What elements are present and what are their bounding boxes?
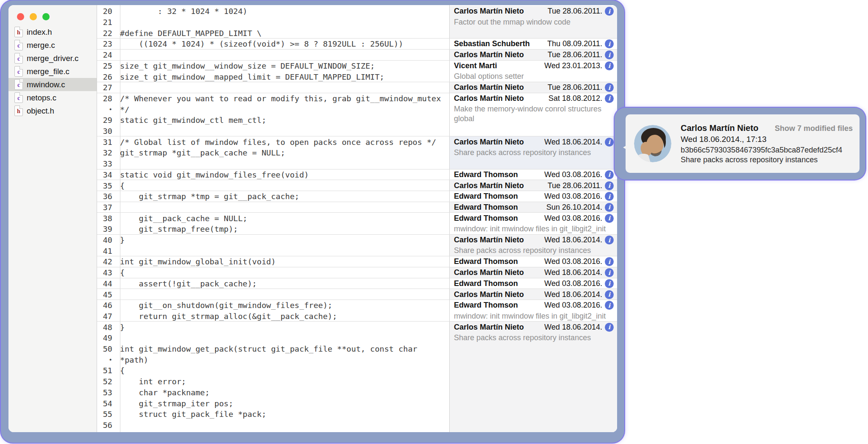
line-number: 51 — [97, 366, 117, 375]
info-icon[interactable]: i — [605, 192, 614, 201]
blame-date: Sun 26.10.2014. — [546, 203, 602, 212]
blame-cell[interactable]: Carlos Martín NietoTue 28.06.2011.i — [450, 180, 617, 191]
code-line-row: 30 — [97, 126, 449, 137]
info-icon[interactable]: i — [605, 203, 614, 212]
blame-cell[interactable]: Edward ThomsonWed 03.08.2016.i — [450, 256, 617, 267]
blame-date: Wed 03.08.2016. — [544, 214, 602, 223]
line-number: 54 — [97, 399, 117, 408]
file-icon-letter: c — [17, 95, 20, 101]
blame-date: Wed 03.08.2016. — [544, 257, 602, 266]
file-icon-letter: h — [17, 30, 20, 36]
blame-cell[interactable]: Edward ThomsonWed 03.08.2016.i — [450, 278, 617, 289]
line-number: 37 — [97, 203, 117, 212]
blame-cell[interactable]: Edward ThomsonWed 03.08.2016.i — [450, 169, 617, 180]
info-icon[interactable]: i — [605, 257, 614, 266]
blame-author: Carlos Martín Nieto — [454, 7, 524, 16]
code-line-row: 55 struct git_pack_file *pack; — [97, 409, 449, 420]
code-text: ((1024 * 1024) * (sizeof(void*) >= 8 ? 8… — [117, 39, 403, 48]
info-icon[interactable]: i — [605, 138, 614, 147]
info-icon[interactable]: i — [605, 181, 614, 190]
blame-cell[interactable]: Carlos Martín NietoTue 28.06.2011.i — [450, 50, 617, 61]
info-icon[interactable]: i — [605, 279, 614, 288]
line-number: 30 — [97, 127, 117, 136]
info-icon[interactable]: i — [605, 236, 614, 244]
code-line-row: 37 — [97, 202, 449, 213]
line-number: 20 — [97, 7, 117, 16]
blame-cell[interactable]: Sebastian SchuberthThu 08.09.2011.i — [450, 39, 617, 50]
file-sidebar: h index.h c merge.c c merge_driver.c c m… — [8, 5, 97, 432]
info-icon[interactable]: i — [605, 39, 614, 48]
blame-cell[interactable]: Carlos Martín NietoSat 18.08.2012.iMake … — [450, 93, 617, 137]
sidebar-item-mwindow-c[interactable]: c mwindow.c — [8, 78, 97, 91]
line-number: 42 — [97, 257, 117, 266]
blame-cell[interactable]: Edward ThomsonWed 03.08.2016.i — [450, 191, 617, 202]
file-label: mwindow.c — [27, 80, 65, 89]
close-button[interactable] — [17, 13, 24, 20]
info-icon[interactable]: i — [605, 170, 614, 179]
sidebar-item-object-h[interactable]: h object.h — [8, 104, 97, 117]
line-number: 27 — [97, 83, 117, 92]
info-icon[interactable]: i — [605, 7, 614, 16]
blame-cell[interactable]: Carlos Martín NietoWed 18.06.2014.iShare… — [450, 235, 617, 256]
info-icon[interactable]: i — [605, 50, 614, 59]
line-number: 32 — [97, 148, 117, 157]
info-icon[interactable]: i — [605, 301, 614, 310]
info-icon[interactable]: i — [605, 61, 614, 70]
blame-cell-selected[interactable]: Carlos Martín NietoWed 18.06.2014.iShare… — [450, 136, 617, 169]
line-number: 46 — [97, 301, 117, 310]
file-label: index.h — [27, 28, 52, 37]
sidebar-item-merge-file-c[interactable]: c merge_file.c — [8, 65, 97, 78]
line-number: 35 — [97, 181, 117, 190]
code-line-row: 51{ — [97, 365, 449, 376]
line-number: 53 — [97, 388, 117, 397]
code-text: { — [117, 181, 125, 190]
code-line-row: 41 — [97, 245, 449, 256]
blame-cell[interactable]: Carlos Martín NietoWed 18.06.2014.i — [450, 289, 617, 300]
minimize-button[interactable] — [30, 13, 37, 20]
code-line-row: 53 char *packname; — [97, 387, 449, 398]
code-text: /* Whenever you want to read or modify t… — [117, 94, 441, 103]
blame-date: Wed 18.06.2014. — [544, 236, 602, 244]
info-icon[interactable]: i — [605, 83, 614, 92]
blame-date: Tue 28.06.2011. — [548, 50, 602, 59]
code-line-row: 48} — [97, 322, 449, 333]
code-text: struct git_pack_file *pack; — [117, 410, 266, 419]
avatar — [634, 125, 671, 162]
info-icon[interactable]: i — [605, 268, 614, 277]
info-icon[interactable]: i — [605, 94, 614, 103]
code-text: } — [117, 323, 125, 332]
blame-cell[interactable]: Edward ThomsonWed 03.08.2016.imwindow: i… — [450, 300, 617, 322]
c-file-icon: c — [14, 40, 23, 50]
blame-author: Vicent Marti — [454, 61, 497, 70]
code-line-row: 56 — [97, 420, 449, 431]
info-icon[interactable]: i — [605, 214, 614, 223]
sidebar-item-merge-c[interactable]: c merge.c — [8, 39, 97, 52]
blame-cell[interactable]: Edward ThomsonWed 03.08.2016.imwindow: i… — [450, 213, 617, 234]
commit-details: Carlos Martín Nieto Show 7 modified file… — [681, 123, 860, 164]
zoom-button[interactable] — [42, 13, 50, 20]
code-text: static void git_mwindow_files_free(void) — [117, 170, 309, 179]
code-text: */ — [117, 105, 129, 114]
info-icon[interactable]: i — [605, 290, 614, 299]
c-file-icon: c — [14, 79, 23, 90]
blame-author: Edward Thomson — [454, 170, 518, 179]
blame-cell[interactable]: Carlos Martín NietoTue 28.06.2011.iFacto… — [450, 6, 617, 39]
line-number: 39 — [97, 225, 117, 233]
sidebar-item-merge-driver-c[interactable]: c merge_driver.c — [8, 52, 97, 65]
info-icon[interactable]: i — [605, 323, 614, 332]
code-text: if ((error = git_packfile__name(&packnam… — [117, 432, 394, 432]
sidebar-item-index-h[interactable]: h index.h — [8, 25, 97, 39]
blame-cell[interactable]: Carlos Martín NietoWed 18.06.2014.i — [450, 267, 617, 278]
blame-author: Edward Thomson — [454, 257, 518, 266]
sidebar-item-netops-c[interactable]: c netops.c — [8, 91, 97, 104]
line-number: 28 — [97, 94, 117, 103]
blame-cell[interactable]: Carlos Martín NietoWed 18.06.2014.iShare… — [450, 322, 617, 432]
code-line-row: 45 — [97, 289, 449, 300]
blame-cell[interactable]: Vicent MartiWed 23.01.2013.iGlobal optio… — [450, 61, 617, 82]
show-modified-files-link[interactable]: Show 7 modified files — [775, 124, 853, 133]
code-line-row: 40} — [97, 235, 449, 246]
code-line-row: 24 — [97, 50, 449, 61]
blame-cell[interactable]: Carlos Martín NietoTue 28.06.2011.i — [450, 82, 617, 93]
blame-cell[interactable]: Edward ThomsonSun 26.10.2014.i — [450, 202, 617, 213]
code-line-row: 50int git_mwindow_get_pack(struct git_pa… — [97, 344, 449, 355]
